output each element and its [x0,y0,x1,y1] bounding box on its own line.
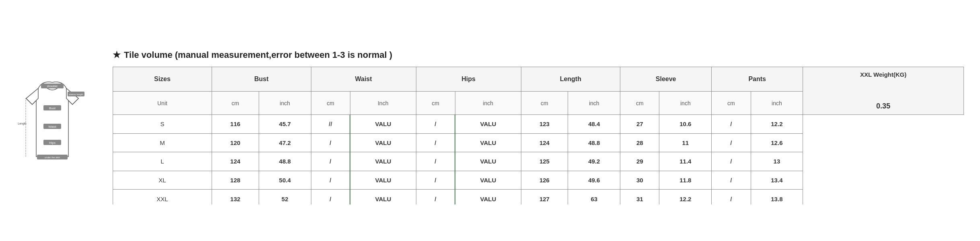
pants-cm-cell: / [712,133,751,152]
title-text: Tile volume (manual measurement,error be… [124,50,392,60]
header-xxl-weight: XXL Weight(KG)0.35 [803,67,964,115]
sleeve-inch-cell: 11.4 [659,152,712,171]
pants-cm-cell: / [712,115,751,134]
pants-inch-cell: 12.2 [751,115,803,134]
unit-bust-cm: cm [212,92,259,115]
hips-inch-cell: VALU [455,190,521,208]
right-section: ★ Tile volume (manual measurement,error … [113,50,964,191]
header-length: Length [521,67,620,92]
hips-cm-cell: / [416,190,455,208]
header-row: Sizes Bust Waist Hips Length Sleeve Pant… [113,67,964,92]
hips-inch-cell: VALU [455,115,521,134]
header-pants: Pants [712,67,803,92]
hips-cm-cell: / [416,152,455,171]
unit-bust-inch: inch [259,92,311,115]
bust-inch-cell: 47.2 [259,133,311,152]
hips-inch-cell: VALU [455,133,521,152]
sleeve-inch-cell: 11 [659,133,712,152]
sleeve-inch-cell: 11.8 [659,171,712,190]
xxl-weight-header-label: XXL Weight(KG) [805,71,961,78]
sleeve-cm-cell: 28 [620,133,659,152]
table-row: L12448.8/VALU/VALU12549.22911.4/13 [113,152,964,171]
star-icon: ★ [113,50,121,60]
waist-inch-cell: VALU [350,115,416,134]
length-inch-cell: 49.6 [568,171,620,190]
header-waist: Waist [311,67,416,92]
waist-cm-cell: / [311,133,350,152]
hips-cm-cell: / [416,115,455,134]
header-sizes: Sizes [113,67,212,92]
pants-cm-cell: / [712,152,751,171]
sleeve-cm-cell: 29 [620,152,659,171]
svg-text:Bust: Bust [49,106,56,110]
pants-inch-cell: 13.8 [751,190,803,208]
unit-length-inch: inch [568,92,620,115]
length-inch-cell: 48.8 [568,133,620,152]
pants-inch-cell: 13 [751,152,803,171]
length-cm-cell: 123 [521,115,568,134]
sleeve-inch-cell: 12.2 [659,190,712,208]
bust-cm-cell: 124 [212,152,259,171]
size-cell: XL [113,171,212,190]
sleeve-cm-cell: 30 [620,171,659,190]
svg-text:Length: Length [18,122,27,125]
length-inch-cell: 63 [568,190,620,208]
size-cell: S [113,115,212,134]
bust-inch-cell: 45.7 [259,115,311,134]
page-title: ★ Tile volume (manual measurement,error … [113,50,964,60]
unit-length-cm: cm [521,92,568,115]
size-table: Sizes Bust Waist Hips Length Sleeve Pant… [113,67,964,191]
unit-label: Unit [113,92,212,115]
unit-pants-inch: inch [751,92,803,115]
unit-waist-cm: cm [311,92,350,115]
size-cell: XXL [113,190,212,208]
sleeve-inch-cell: 10.6 [659,115,712,134]
left-section: shoulder sleeve length Bust Length Waist… [16,76,97,165]
pants-cm-cell: / [712,190,751,208]
bust-inch-cell: 50.4 [259,171,311,190]
svg-text:sleeve length: sleeve length [69,93,83,96]
hips-inch-cell: VALU [455,152,521,171]
waist-inch-cell: VALU [350,190,416,208]
waist-inch-cell: VALU [350,152,416,171]
header-sleeve: Sleeve [620,67,712,92]
length-cm-cell: 125 [521,152,568,171]
sleeve-cm-cell: 31 [620,190,659,208]
length-inch-cell: 49.2 [568,152,620,171]
shirt-diagram: shoulder sleeve length Bust Length Waist… [16,76,89,165]
bust-cm-cell: 128 [212,171,259,190]
svg-text:under the skirt: under the skirt [45,156,60,159]
hips-inch-cell: VALU [455,171,521,190]
svg-text:shoulder: shoulder [47,85,58,88]
waist-cm-cell: / [311,171,350,190]
sleeve-cm-cell: 27 [620,115,659,134]
pants-cm-cell: / [712,171,751,190]
size-cell: M [113,133,212,152]
table-row: XL12850.4/VALU/VALU12649.63011.8/13.4 [113,171,964,190]
length-cm-cell: 126 [521,171,568,190]
waist-cm-cell: / [311,190,350,208]
svg-text:Hips: Hips [49,141,56,145]
waist-cm-cell: // [311,115,350,134]
unit-waist-inch: Inch [350,92,416,115]
hips-cm-cell: / [416,133,455,152]
waist-cm-cell: / [311,152,350,171]
bust-cm-cell: 120 [212,133,259,152]
header-hips: Hips [416,67,521,92]
table-row: XXL13252/VALU/VALU127633112.2/13.8 [113,190,964,208]
unit-hips-cm: cm [416,92,455,115]
length-cm-cell: 124 [521,133,568,152]
hips-cm-cell: / [416,171,455,190]
waist-inch-cell: VALU [350,133,416,152]
length-inch-cell: 48.4 [568,115,620,134]
bust-cm-cell: 116 [212,115,259,134]
unit-sleeve-inch: inch [659,92,712,115]
unit-pants-cm: cm [712,92,751,115]
pants-inch-cell: 12.6 [751,133,803,152]
bust-inch-cell: 52 [259,190,311,208]
table-row: S11645.7//VALU/VALU12348.42710.6/12.2 [113,115,964,134]
size-cell: L [113,152,212,171]
unit-sleeve-cm: cm [620,92,659,115]
svg-text:Waist: Waist [48,125,56,129]
header-bust: Bust [212,67,311,92]
